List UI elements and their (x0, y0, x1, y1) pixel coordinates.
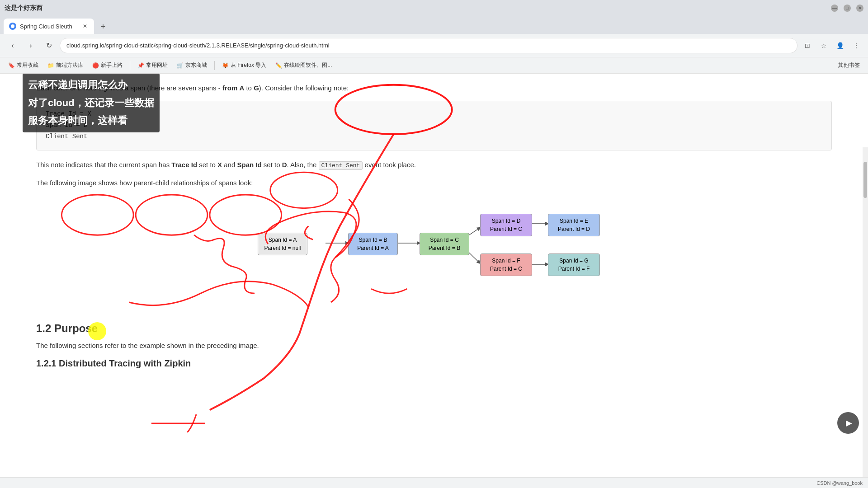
note-text-5: . Also, the (287, 161, 319, 169)
bookmark-item-3[interactable]: 🔴 新手上路 (89, 60, 126, 71)
bookmark-label-6: 从 Firefox 导入 (231, 61, 266, 69)
span-a-line1: Span Id = A (264, 236, 302, 244)
span-box-g: Span Id = G Parent Id = F (548, 253, 600, 276)
bookmark-icon-5: 🛒 (177, 62, 184, 69)
intro-text-after: A to G). Consider the following note: (237, 84, 349, 92)
d-val: D (282, 161, 287, 169)
tab-close-button[interactable]: ✕ (81, 23, 89, 30)
note-text-4: set to (262, 161, 282, 169)
play-icon: ▶ (846, 418, 852, 428)
active-tab[interactable]: Spring Cloud Sleuth ✕ (4, 19, 94, 34)
code-line-2: Span Id = D (46, 120, 822, 131)
annotation-text: 这是个好东西 (5, 4, 42, 12)
tab-bar: Spring Cloud Sleuth ✕ + (0, 16, 868, 34)
back-button[interactable]: ‹ (5, 38, 20, 53)
title-bar: 这是个好东西 — □ ✕ (0, 0, 868, 16)
span-box-e: Span Id = E Parent Id = D (548, 214, 600, 236)
client-sent-code: Client Sent (319, 161, 363, 170)
span-b-line1: Span Id = B (354, 236, 392, 244)
tab-favicon (9, 23, 16, 30)
code-line-3: Client Sent (46, 131, 822, 142)
span-d-line1: Span Id = D (486, 217, 526, 225)
refresh-button[interactable]: ↻ (42, 38, 56, 53)
bookmark-label-4: 常用网址 (146, 61, 168, 69)
span-c-line2: Parent Id = B (425, 244, 463, 252)
chinese-overlay: 云稀不递归调用怎么办 对了cloud，还记录一些数据 服务本身时间，这样看 (23, 74, 160, 132)
floating-play-button[interactable]: ▶ (837, 412, 859, 434)
span-box-f: Span Id = F Parent Id = C (480, 253, 532, 276)
minimize-button[interactable]: — (831, 5, 838, 12)
bookmark-label-5: 京东商城 (185, 61, 207, 69)
span-c-line1: Span Id = C (425, 236, 463, 244)
address-bar: ‹ › ↻ cloud.spring.io/spring-cloud-stati… (0, 34, 868, 57)
span-box-d: Span Id = D Parent Id = C (480, 214, 532, 236)
span-id-label: Span Id (237, 161, 261, 169)
span-f-line2: Parent Id = C (486, 265, 526, 273)
status-bar: CSDN @wang_book (0, 477, 868, 488)
code-line-1: Trace Id = X (46, 108, 822, 120)
bookmark-label-7: 在线绘图软件、图... (284, 61, 332, 69)
span-f-line1: Span Id = F (486, 257, 526, 265)
address-actions: ⊡ ☆ 👤 ⋮ (801, 39, 863, 52)
from-word: from (222, 84, 237, 92)
span-d-line2: Parent Id = C (486, 225, 526, 233)
span-a-line2: Parent Id = null (264, 244, 302, 252)
note-text-6: event took place. (363, 161, 416, 169)
bookmark-separator-2 (214, 61, 215, 70)
note-text-2: set to (197, 161, 217, 169)
span-g-line2: Parent Id = F (554, 265, 594, 273)
bookmark-icon-1: 🔖 (8, 62, 15, 69)
forward-button[interactable]: › (24, 38, 38, 53)
account-icon[interactable]: 👤 (834, 39, 846, 52)
bookmarks-bar: 🔖 常用收藏 📁 前端方法库 🔴 新手上路 📌 常用网址 🛒 京东商城 🦊 从 … (0, 57, 868, 74)
url-text: cloud.spring.io/spring-cloud-static/spri… (66, 42, 791, 49)
new-tab-button[interactable]: + (96, 19, 110, 34)
bookmark-item-1[interactable]: 🔖 常用收藏 (5, 60, 42, 71)
bookmark-item-2[interactable]: 📁 前端方法库 (44, 60, 87, 71)
note-paragraph: This note indicates that the current spa… (36, 160, 832, 171)
bookmark-label-2: 前端方法库 (56, 61, 83, 69)
overlay-line2: 对了cloud，还记录一些数据 (28, 94, 154, 112)
close-button[interactable]: ✕ (856, 5, 863, 12)
span-e-line2: Parent Id = D (554, 225, 594, 233)
section-121-heading: 1.2.1 Distributed Tracing with Zipkin (36, 358, 832, 369)
span-box-b: Span Id = B Parent Id = A (348, 233, 398, 255)
trace-id-label: Trace Id (171, 161, 197, 169)
bookmark-item-7[interactable]: ✏️ 在线绘图软件、图... (272, 60, 335, 71)
scrollbar[interactable] (863, 147, 868, 477)
title-bar-left: 这是个好东西 (5, 4, 42, 12)
image-intro-text: The following image shows how parent-chi… (36, 178, 832, 188)
bookmark-icon-3: 🔴 (92, 62, 99, 69)
note-text-1: This note indicates that the current spa… (36, 161, 171, 169)
bookmark-label-1: 常用收藏 (17, 61, 38, 69)
bookmark-label-other: 其他书签 (838, 61, 860, 69)
status-attribution: CSDN @wang_book (816, 480, 863, 486)
bookmark-icon-7: ✏️ (275, 62, 282, 69)
bookmark-item-4[interactable]: 📌 常用网址 (134, 60, 171, 71)
maximize-button[interactable]: □ (844, 5, 851, 12)
bookmark-item-5[interactable]: 🛒 京东商城 (173, 60, 211, 71)
page-content: Each color of a note signifies a span (t… (0, 74, 868, 477)
bookmark-icon-4: 📌 (137, 62, 144, 69)
bookmark-label-3: 新手上路 (101, 61, 123, 69)
yellow-highlight (88, 322, 106, 340)
span-e-line1: Span Id = E (554, 217, 594, 225)
tab-title: Spring Cloud Sleuth (20, 23, 78, 30)
svg-point-0 (11, 24, 14, 28)
span-box-a: Span Id = A Parent Id = null (258, 233, 307, 255)
bookmark-item-6[interactable]: 🦊 从 Firefox 导入 (218, 60, 270, 71)
note-text-3: and (222, 161, 237, 169)
overlay-line1: 云稀不递归调用怎么办 (28, 76, 154, 94)
scrollbar-thumb[interactable] (863, 162, 867, 198)
overlay-line3: 服务本身时间，这样看 (28, 112, 154, 130)
bookmark-star-icon[interactable]: ☆ (817, 39, 830, 52)
translate-icon[interactable]: ⊡ (801, 39, 814, 52)
bookmark-item-other[interactable]: 其他书签 (835, 60, 863, 71)
section-12-heading: 1.2 Purpose (36, 322, 832, 335)
section-12-text: The following sections refer to the exam… (36, 340, 832, 351)
span-b-line2: Parent Id = A (354, 244, 392, 252)
bookmark-separator (130, 61, 130, 70)
menu-icon[interactable]: ⋮ (850, 39, 863, 52)
x-val: X (217, 161, 222, 169)
url-bar[interactable]: cloud.spring.io/spring-cloud-static/spri… (60, 38, 797, 53)
